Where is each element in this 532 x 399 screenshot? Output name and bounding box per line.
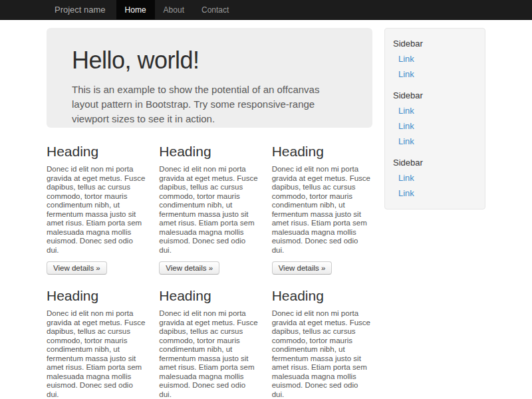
card: Heading Donec id elit non mi porta gravi…	[159, 144, 259, 275]
navbar-menu: Home About Contact	[116, 0, 238, 20]
view-details-button[interactable]: View details »	[159, 261, 219, 275]
card: Heading Donec id elit non mi porta gravi…	[272, 288, 372, 399]
card-body-text: Donec id elit non mi porta gravida at eg…	[47, 165, 147, 255]
sidebar-link[interactable]: Link	[385, 103, 485, 118]
sidebar-column: Sidebar Link Link Sidebar Link Link Link…	[384, 28, 485, 209]
nav-item-contact[interactable]: Contact	[193, 0, 237, 20]
sidebar-link[interactable]: Link	[385, 186, 485, 201]
card: Heading Donec id elit non mi porta gravi…	[47, 144, 147, 275]
brand-link[interactable]: Project name	[47, 0, 112, 20]
card-body-text: Donec id elit non mi porta gravida at eg…	[159, 165, 259, 255]
cards-row-1: Heading Donec id elit non mi porta gravi…	[47, 144, 372, 275]
sidebar-link[interactable]: Link	[385, 66, 485, 82]
card-body-text: Donec id elit non mi porta gravida at eg…	[159, 309, 259, 399]
jumbotron-text: This is an example to show the potential…	[72, 82, 347, 126]
sidebar-link[interactable]: Link	[385, 134, 485, 149]
card-heading: Heading	[272, 288, 372, 304]
page-title: Hello, world!	[72, 47, 347, 74]
sidebar-group-header: Sidebar	[385, 87, 485, 103]
view-details-button[interactable]: View details »	[47, 261, 107, 275]
sidebar: Sidebar Link Link Sidebar Link Link Link…	[384, 28, 485, 209]
card-body-text: Donec id elit non mi porta gravida at eg…	[47, 309, 147, 399]
card-heading: Heading	[47, 288, 147, 304]
card-heading: Heading	[159, 288, 259, 304]
sidebar-group-header: Sidebar	[385, 154, 485, 170]
navbar-inner: Project name Home About Contact	[47, 0, 485, 20]
cards-row-2: Heading Donec id elit non mi porta gravi…	[47, 288, 372, 399]
card: Heading Donec id elit non mi porta gravi…	[47, 288, 147, 399]
view-details-button[interactable]: View details »	[272, 261, 332, 275]
card-heading: Heading	[159, 144, 259, 160]
sidebar-link[interactable]: Link	[385, 170, 485, 186]
nav-item-home[interactable]: Home	[116, 0, 155, 20]
card-heading: Heading	[272, 144, 372, 160]
main-row: Hello, world! This is an example to show…	[47, 28, 485, 399]
card-body-text: Donec id elit non mi porta gravida at eg…	[272, 309, 372, 399]
page-container: Hello, world! This is an example to show…	[47, 28, 485, 399]
card-heading: Heading	[47, 144, 147, 160]
card: Heading Donec id elit non mi porta gravi…	[159, 288, 259, 399]
sidebar-link[interactable]: Link	[385, 118, 485, 134]
main-column: Hello, world! This is an example to show…	[47, 28, 372, 399]
sidebar-link[interactable]: Link	[385, 51, 485, 66]
sidebar-group-header: Sidebar	[385, 35, 485, 51]
jumbotron: Hello, world! This is an example to show…	[47, 28, 372, 128]
navbar: Project name Home About Contact	[0, 0, 532, 20]
card-body-text: Donec id elit non mi porta gravida at eg…	[272, 165, 372, 255]
nav-item-about[interactable]: About	[155, 0, 193, 20]
card: Heading Donec id elit non mi porta gravi…	[272, 144, 372, 275]
